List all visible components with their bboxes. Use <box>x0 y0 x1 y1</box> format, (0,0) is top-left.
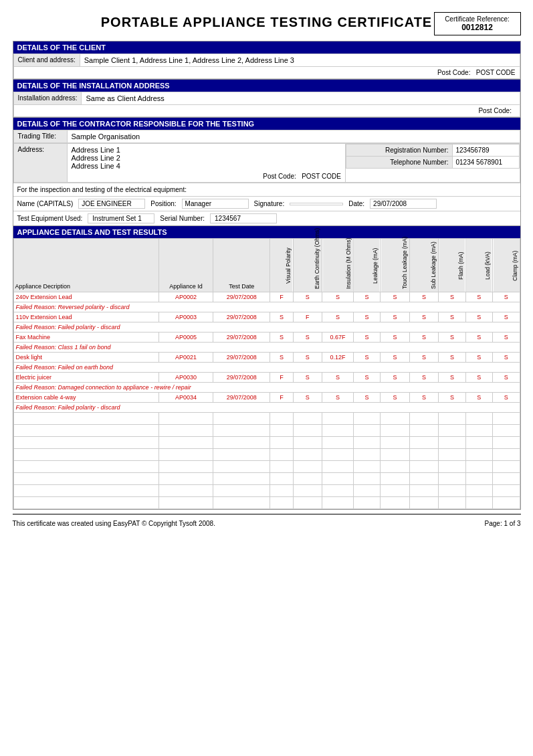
row-load: S <box>465 393 492 403</box>
col-visual: Visual Polarity <box>270 239 293 292</box>
row-clamp: S <box>493 312 520 322</box>
appliance-table: Appliance Decription Appliance Id Test D… <box>13 238 520 509</box>
client-address-label: Client and address: <box>13 54 80 67</box>
row-load: S <box>465 373 492 383</box>
table-row: Desk light AP0021 29/07/2008 S S 0.12F S… <box>13 353 520 363</box>
col-sub-leakage: Sub Leakage (mA) <box>409 239 439 292</box>
table-row: Fax Machine AP0005 29/07/2008 S S 0.67F … <box>13 333 520 343</box>
row-earth: S <box>293 292 322 302</box>
row-visual: F <box>270 292 293 302</box>
trading-title-value: Sample Organisation <box>67 130 520 143</box>
row-load: S <box>465 312 492 322</box>
reason-text: Failed Reason: Damaged connection to app… <box>13 383 520 393</box>
empty-row <box>13 485 520 497</box>
contractor-trading-table: Trading Title: Sample Organisation <box>13 130 520 143</box>
row-test-date: 29/07/2008 <box>213 393 270 403</box>
row-touch: S <box>381 353 410 363</box>
row-id: AP0002 <box>159 292 213 302</box>
inspector-date-value: 29/07/2008 <box>370 199 437 209</box>
row-touch: S <box>381 333 410 343</box>
contractor-postcode-value: POST CODE <box>302 173 341 180</box>
row-leakage: S <box>353 333 380 343</box>
reason-row: Failed Reason: Class 1 fail on bond <box>13 343 520 353</box>
installation-section: DETAILS OF THE INSTALLATION ADDRESS Inst… <box>13 80 521 118</box>
client-info-table: Client and address: Sample Client 1, Add… <box>13 54 520 79</box>
empty-row <box>13 425 520 437</box>
reason-row: Failed Reason: Failed polarity - discard <box>13 403 520 413</box>
row-description: 240v Extension Lead <box>13 292 159 302</box>
col-test-date: Test Date <box>213 239 270 292</box>
contractor-address-label: Address: <box>13 144 67 183</box>
row-sub: S <box>409 373 439 383</box>
reason-row: Failed Reason: Failed polarity - discard <box>13 322 520 333</box>
certificate-reference-box: Certificate Reference: 0012812 <box>434 12 521 35</box>
client-postcode: Post Code: POST CODE <box>13 67 520 79</box>
contractor-postcode: Post Code: POST CODE <box>72 173 341 180</box>
signature-label: Signature: <box>254 200 285 207</box>
client-section-header: DETAILS OF THE CLIENT <box>13 41 520 54</box>
col-load: Load (kVA) <box>465 239 492 292</box>
row-touch: S <box>381 373 410 383</box>
row-flash: S <box>439 312 465 322</box>
row-visual: F <box>270 373 293 383</box>
row-sub: S <box>409 312 439 322</box>
row-earth: F <box>293 312 322 322</box>
installation-address-value: Same as Client Address <box>82 92 520 105</box>
row-flash: S <box>439 333 465 343</box>
row-description: Extension cable 4-way <box>13 393 159 403</box>
tel-number-value: 01234 5678901 <box>452 157 519 169</box>
footer: This certificate was created using EasyP… <box>13 514 521 527</box>
row-earth: S <box>293 333 322 343</box>
empty-row <box>13 497 520 509</box>
row-clamp: S <box>493 373 520 383</box>
installation-section-header: DETAILS OF THE INSTALLATION ADDRESS <box>13 80 520 92</box>
row-test-date: 29/07/2008 <box>213 333 270 343</box>
row-sub: S <box>409 353 439 363</box>
row-clamp: S <box>493 393 520 403</box>
row-leakage: S <box>353 373 380 383</box>
row-flash: S <box>439 292 465 302</box>
row-visual: S <box>270 312 293 322</box>
empty-row <box>13 449 520 461</box>
reason-text: Failed Reason: Failed on earth bond <box>13 363 520 373</box>
contractor-address-line1: Address Line 1 <box>72 146 341 154</box>
inspector-name-value: JOE ENGINEER <box>78 199 145 209</box>
client-address-value: Sample Client 1, Address Line 1, Address… <box>80 54 520 67</box>
client-postcode-value: POST CODE <box>476 69 516 76</box>
row-description: Desk light <box>13 353 159 363</box>
position-label: Position: <box>150 200 176 207</box>
row-earth: S <box>293 393 322 403</box>
row-sub: S <box>409 393 439 403</box>
inspection-text: For the inspection and testing of the el… <box>13 183 520 196</box>
row-id: AP0003 <box>159 312 213 322</box>
row-touch: S <box>381 292 410 302</box>
row-earth: S <box>293 353 322 363</box>
row-description: Fax Machine <box>13 333 159 343</box>
col-leakage: Leakage (mA) <box>353 239 380 292</box>
contractor-address-line3: Address Line 4 <box>72 162 341 170</box>
row-id: AP0005 <box>159 333 213 343</box>
row-insulation: 0.67F <box>322 333 354 343</box>
installation-address-label: Installation address: <box>13 92 82 105</box>
col-clamp: Clamp (mA) <box>493 239 520 292</box>
appliance-section: APPLIANCE DETAILS AND TEST RESULTS Appli… <box>13 226 521 510</box>
equip-value: Instrument Set 1 <box>88 213 154 223</box>
equip-label: Test Equipment Used: <box>17 215 83 222</box>
contractor-address-table: Address: Address Line 1 Address Line 2 A… <box>13 143 520 183</box>
row-description: 110v Extension Lead <box>13 312 159 322</box>
col-earth-cont: Earth Continuity (Ohms) <box>293 239 322 292</box>
reg-number-value: 123456789 <box>452 145 519 157</box>
row-flash: S <box>439 353 465 363</box>
serial-label: Serial Number: <box>160 215 205 222</box>
reg-number-label: Registration Number: <box>346 145 452 157</box>
empty-row <box>13 437 520 449</box>
row-id: AP0034 <box>159 393 213 403</box>
contractor-postcode-label: Post Code: <box>263 173 296 180</box>
test-equip-row: Test Equipment Used: Instrument Set 1 Se… <box>13 211 520 225</box>
col-touch-leakage: Touch Leakage (mA) <box>381 239 410 292</box>
row-insulation: S <box>322 373 354 383</box>
empty-row <box>13 461 520 473</box>
reason-text: Failed Reason: Failed polarity - discard <box>13 322 520 333</box>
row-description: Electric juicer <box>13 373 159 383</box>
col-insulation: Insulation (M Ohms) <box>322 239 354 292</box>
